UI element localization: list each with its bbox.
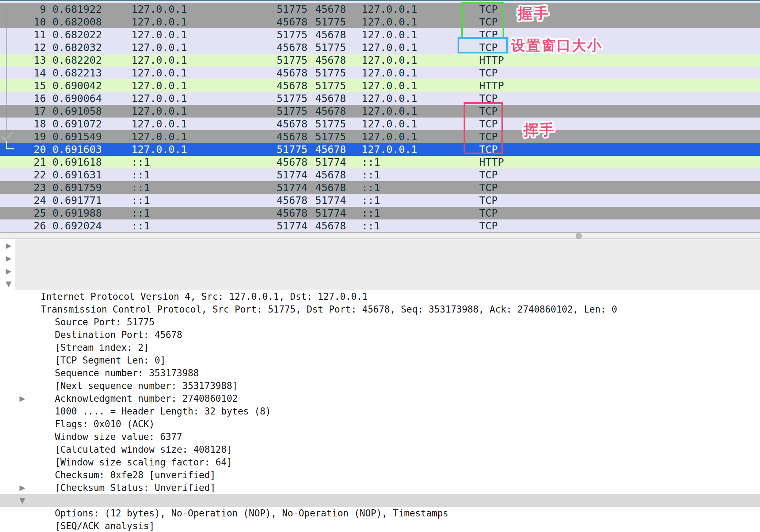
- packet-row-12[interactable]: 12 0.682032 127.0.0.1 45678 51775 127.0.…: [0, 41, 760, 54]
- col-dst-port: 45678: [315, 28, 362, 41]
- detail-row-1[interactable]: ▶ Null/Loopback: [0, 252, 760, 265]
- detail-row-19[interactable]: ▶ Options: (12 bytes), No-Operation (NOP…: [0, 481, 760, 494]
- col-protocol: TCP: [479, 207, 760, 219]
- col-time: 0.690064: [52, 92, 131, 105]
- expand-arrow-icon[interactable]: ▶: [6, 239, 18, 252]
- detail-row-7[interactable]: [TCP Segment Len: 0]: [0, 328, 760, 341]
- col-no: 10: [0, 16, 52, 28]
- col-dst-port: 51775: [315, 16, 362, 28]
- detail-row-9[interactable]: [Next sequence number: 353173988]: [0, 354, 760, 367]
- detail-row-13[interactable]: Window size value: 6377: [0, 405, 760, 418]
- col-no: 20: [0, 143, 52, 156]
- col-source: ::1: [131, 168, 277, 181]
- col-src-port: 51775: [277, 105, 315, 118]
- detail-row-3[interactable]: ▼ Transmission Control Protocol, Src Por…: [0, 278, 760, 290]
- packet-row-15[interactable]: 15 0.690042 127.0.0.1 45678 51775 127.0.…: [0, 79, 760, 92]
- packet-row-17[interactable]: 17 0.691058 127.0.0.1 51775 45678 127.0.…: [0, 105, 760, 118]
- col-destination: 127.0.0.1: [362, 41, 479, 54]
- detail-row-15[interactable]: [Window size scaling factor: 64]: [0, 430, 760, 443]
- col-no: 12: [0, 41, 52, 54]
- col-protocol: TCP: [479, 67, 760, 79]
- detail-row-10[interactable]: Acknowledgment number: 2740860102: [0, 367, 760, 379]
- col-time: 0.691603: [52, 143, 131, 156]
- col-time: 0.691072: [52, 118, 131, 130]
- col-src-port: 45678: [277, 207, 315, 219]
- col-protocol: HTTP: [479, 54, 760, 67]
- pane-splitter[interactable]: [0, 232, 760, 239]
- packet-row-14[interactable]: 14 0.682213 127.0.0.1 45678 51775 127.0.…: [0, 67, 760, 79]
- col-time: 0.691631: [52, 168, 131, 181]
- packet-row-10[interactable]: 10 0.682008 127.0.0.1 45678 51775 127.0.…: [0, 16, 760, 28]
- expand-arrow-icon[interactable]: ▼: [6, 278, 18, 290]
- expand-arrow-icon[interactable]: ▶: [19, 392, 32, 405]
- expand-arrow-icon[interactable]: ▶: [19, 481, 32, 494]
- packet-row-24[interactable]: 24 0.691771 ::1 45678 51774 ::1 TCP: [0, 194, 760, 207]
- col-dst-port: 51775: [315, 79, 362, 92]
- col-protocol: HTTP: [479, 156, 760, 168]
- col-src-port: 45678: [277, 118, 315, 130]
- expand-arrow-icon[interactable]: ▶: [6, 252, 18, 265]
- col-src-port: 45678: [277, 130, 315, 143]
- col-source: 127.0.0.1: [131, 67, 277, 79]
- expand-arrow-icon[interactable]: ▶: [6, 265, 18, 278]
- col-destination: ::1: [362, 156, 479, 168]
- detail-row-16[interactable]: Checksum: 0xfe28 [unverified]: [0, 443, 760, 456]
- packet-row-25[interactable]: 25 0.691988 ::1 45678 51774 ::1 TCP: [0, 207, 760, 219]
- col-time: 0.691549: [52, 130, 131, 143]
- col-src-port: 45678: [277, 79, 315, 92]
- col-destination: ::1: [362, 207, 479, 219]
- col-dst-port: 51774: [315, 207, 362, 219]
- col-no: 25: [0, 207, 52, 219]
- detail-row-8[interactable]: Sequence number: 353173988: [0, 341, 760, 354]
- detail-row-17[interactable]: [Checksum Status: Unverified]: [0, 456, 760, 469]
- packet-row-11[interactable]: 11 0.682022 127.0.0.1 51775 45678 127.0.…: [0, 28, 760, 41]
- col-no: 15: [0, 79, 52, 92]
- col-destination: 127.0.0.1: [362, 16, 479, 28]
- col-dst-port: 45678: [315, 168, 362, 181]
- col-dst-port: 45678: [315, 219, 362, 232]
- col-destination: 127.0.0.1: [362, 54, 479, 67]
- wireshark-window: 9 0.681922 127.0.0.1 51775 45678 127.0.0…: [0, 0, 760, 532]
- packet-row-9[interactable]: 9 0.681922 127.0.0.1 51775 45678 127.0.0…: [0, 3, 760, 16]
- col-destination: 127.0.0.1: [362, 105, 479, 118]
- col-destination: 127.0.0.1: [362, 3, 479, 16]
- detail-row-5[interactable]: Destination Port: 45678: [0, 303, 760, 316]
- detail-row-0[interactable]: ▶ Frame 20: 56 bytes on wire (448 bits),…: [0, 239, 760, 252]
- packet-row-19[interactable]: 19 0.691549 127.0.0.1 45678 51775 127.0.…: [0, 130, 760, 143]
- packet-row-20[interactable]: 20 0.691603 127.0.0.1 51775 45678 127.0.…: [0, 143, 760, 156]
- packet-row-18[interactable]: 18 0.691072 127.0.0.1 45678 51775 127.0.…: [0, 118, 760, 130]
- col-source: 127.0.0.1: [131, 118, 277, 130]
- col-destination: 127.0.0.1: [362, 79, 479, 92]
- col-source: ::1: [131, 181, 277, 194]
- col-dst-port: 51775: [315, 130, 362, 143]
- detail-row-12[interactable]: ▶ Flags: 0x010 (ACK): [0, 392, 760, 405]
- packet-row-13[interactable]: 13 0.682202 127.0.0.1 51775 45678 127.0.…: [0, 54, 760, 67]
- detail-row-6[interactable]: [Stream index: 2]: [0, 316, 760, 328]
- splitter-grip[interactable]: [576, 233, 582, 239]
- detail-row-14[interactable]: [Calculated window size: 408128]: [0, 418, 760, 430]
- col-protocol: TCP: [479, 16, 760, 28]
- detail-row-2[interactable]: ▶ Internet Protocol Version 4, Src: 127.…: [0, 265, 760, 278]
- col-time: 0.691618: [52, 156, 131, 168]
- col-protocol: TCP: [479, 194, 760, 207]
- col-destination: 127.0.0.1: [362, 92, 479, 105]
- col-src-port: 51774: [277, 219, 315, 232]
- detail-row-22[interactable]: [The RTT to ACK the segment was: 0.00005…: [0, 520, 760, 532]
- detail-row-20[interactable]: ▼ [SEQ/ACK analysis]: [0, 494, 760, 507]
- detail-row-18[interactable]: Urgent pointer: 0: [0, 469, 760, 481]
- detail-row-4[interactable]: Source Port: 51775: [0, 290, 760, 303]
- packet-row-23[interactable]: 23 0.691759 ::1 51774 45678 ::1 TCP: [0, 181, 760, 194]
- expand-arrow-icon[interactable]: ▼: [19, 494, 32, 507]
- col-dst-port: 51775: [315, 118, 362, 130]
- col-dst-port: 45678: [315, 181, 362, 194]
- packet-row-21[interactable]: 21 0.691618 ::1 45678 51774 ::1 HTTP: [0, 156, 760, 168]
- col-time: 0.691988: [52, 207, 131, 219]
- packet-row-16[interactable]: 16 0.690064 127.0.0.1 51775 45678 127.0.…: [0, 92, 760, 105]
- packet-row-26[interactable]: 26 0.692024 ::1 51774 45678 ::1 TCP: [0, 219, 760, 232]
- detail-row-11[interactable]: 1000 .... = Header Length: 32 bytes (8): [0, 379, 760, 392]
- col-time: 0.692024: [52, 219, 131, 232]
- col-source: ::1: [131, 219, 277, 232]
- col-no: 26: [0, 219, 52, 232]
- packet-row-22[interactable]: 22 0.691631 ::1 51774 45678 ::1 TCP: [0, 168, 760, 181]
- detail-row-21[interactable]: [This is an ACK to the segment in frame:…: [0, 507, 760, 520]
